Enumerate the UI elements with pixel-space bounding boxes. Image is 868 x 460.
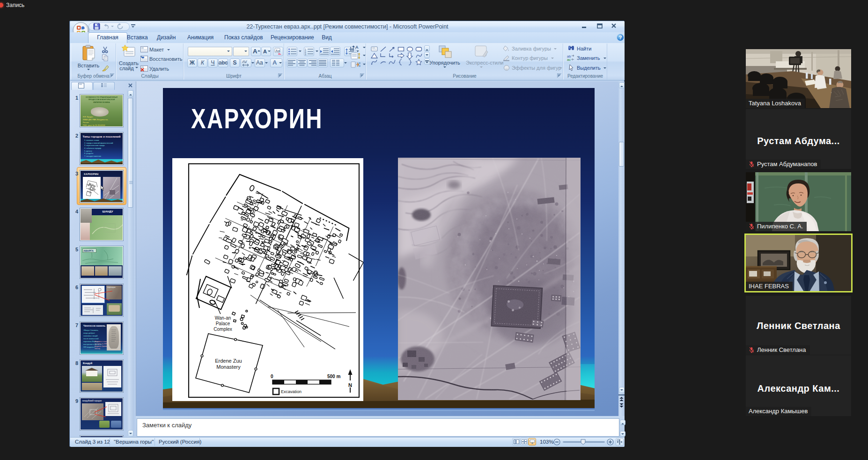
- svg-text:Erdene Zuu: Erdene Zuu: [215, 358, 242, 364]
- svg-text:Palace: Palace: [216, 321, 230, 326]
- svg-text:500 m: 500 m: [327, 374, 340, 379]
- svg-text:?: ?: [619, 35, 622, 40]
- svg-text:0: 0: [271, 374, 273, 379]
- svg-text:Monastery: Monastery: [216, 364, 241, 370]
- svg-text:AV: AV: [242, 59, 247, 64]
- svg-text:Wan-an: Wan-an: [215, 315, 231, 321]
- svg-text:Excavation: Excavation: [281, 389, 302, 394]
- svg-text:3: 3: [305, 53, 306, 56]
- svg-text:N: N: [348, 382, 352, 388]
- svg-text:ac: ac: [567, 58, 571, 61]
- svg-text:Aa: Aa: [276, 49, 280, 53]
- svg-text:Complex: Complex: [213, 327, 232, 332]
- svg-text:A: A: [355, 45, 359, 50]
